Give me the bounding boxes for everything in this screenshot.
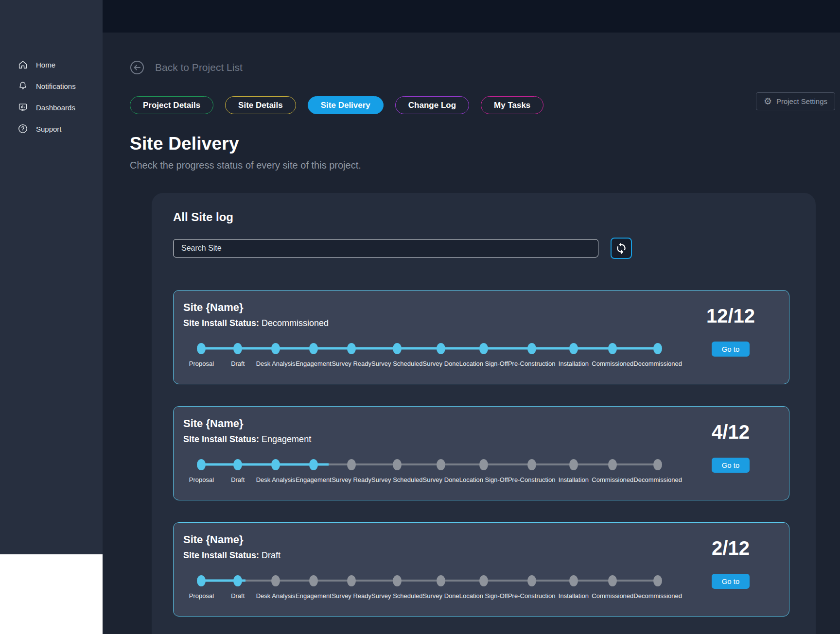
step-label: Engagement [296,360,332,367]
sidebar-nav: Home Notifications Dashboards Support [0,0,103,136]
search-row [173,238,789,259]
search-input[interactable] [173,239,598,257]
top-strip [103,0,840,33]
step-survey-done: Survey Done [423,343,459,367]
tab-my-tasks[interactable]: My Tasks [481,96,543,114]
step-location-sign-off: Location Sign-Off [459,459,508,483]
step-draft: Draft [220,575,256,600]
step-dot [569,575,578,586]
refresh-icon [615,242,628,255]
step-dot [569,459,578,470]
step-label: Survey Ready [332,360,371,367]
sidebar-item-home[interactable]: Home [0,57,103,72]
home-icon [18,59,28,70]
step-label: Decommissioned [633,476,682,483]
tab-change-log[interactable]: Change Log [395,96,469,114]
step-dot [479,459,488,470]
site-card-right: 4/12 Go to [682,417,779,483]
step-label: Survey Scheduled [371,476,423,483]
step-label: Location Sign-Off [459,476,508,483]
project-settings-label: Project Settings [776,97,827,105]
step-dot [271,343,280,354]
site-status-label: Site Install Status: [183,550,259,560]
step-dot [479,575,488,586]
site-progress-count: 2/12 [712,537,750,559]
step-label: Proposal [189,592,214,600]
step-survey-done: Survey Done [423,459,459,483]
step-engagement: Engagement [296,575,332,600]
question-circle-icon [18,123,28,134]
step-dot [393,575,402,586]
site-card: Site {Name} Site Install Status: Draft P… [173,522,789,617]
main-content: ⚙ Project Settings Back to Project List … [103,0,840,634]
step-label: Pre-Construction [508,592,556,600]
step-label: Location Sign-Off [459,592,508,600]
back-to-project-list[interactable]: Back to Project List [130,60,243,75]
step-label: Proposal [189,476,214,483]
sidebar-item-dashboards[interactable]: Dashboards [0,100,103,115]
sidebar-item-support[interactable]: Support [0,121,103,136]
step-dot [653,459,662,470]
site-status-value: Decommissioned [262,318,329,328]
step-label: Installation [559,360,589,367]
refresh-button[interactable] [611,238,632,259]
sidebar-item-notifications[interactable]: Notifications [0,79,103,93]
sidebar-item-label: Dashboards [36,103,75,112]
step-commissioned: Commissioned [592,575,633,600]
step-label: Pre-Construction [508,476,556,483]
site-name: Site {Name} [183,533,682,546]
sidebar-item-label: Notifications [36,82,76,90]
step-label: Proposal [189,360,214,367]
step-dot [527,575,536,586]
step-dot [197,575,206,586]
step-label: Survey Done [423,592,459,600]
step-proposal: Proposal [183,343,220,367]
step-dot [347,459,356,470]
step-label: Installation [559,476,589,483]
step-dot [437,343,445,354]
step-dot [437,459,445,470]
step-label: Draft [231,476,245,483]
step-pre-construction: Pre-Construction [508,343,556,367]
step-location-sign-off: Location Sign-Off [459,343,508,367]
step-proposal: Proposal [183,575,220,600]
go-to-button[interactable]: Go to [712,574,750,589]
progress-stepper: ProposalDraftDesk AnalysisEngagementSurv… [183,343,682,367]
step-label: Draft [231,592,245,600]
progress-stepper: ProposalDraftDesk AnalysisEngagementSurv… [183,459,682,483]
step-decommissioned: Decommissioned [633,575,682,600]
step-survey-ready: Survey Ready [332,575,371,600]
step-label: Draft [231,360,245,367]
tab-site-details[interactable]: Site Details [225,96,296,114]
progress-stepper: ProposalDraftDesk AnalysisEngagementSurv… [183,575,682,600]
sidebar-item-label: Support [36,125,62,133]
step-commissioned: Commissioned [592,343,633,367]
step-location-sign-off: Location Sign-Off [459,575,508,600]
step-dot [608,575,617,586]
step-dot [309,575,318,586]
step-desk-analysis: Desk Analysis [256,459,296,483]
step-label: Pre-Construction [508,360,556,367]
project-settings-button[interactable]: ⚙ Project Settings [756,92,835,110]
site-card-left: Site {Name} Site Install Status: Engagem… [183,417,682,483]
step-installation: Installation [556,459,592,483]
step-dot [653,575,662,586]
step-label: Survey Ready [332,592,371,600]
site-install-status: Site Install Status: Draft [183,550,682,561]
go-to-button[interactable]: Go to [712,458,750,473]
go-to-button[interactable]: Go to [712,342,750,357]
stepper-steps: ProposalDraftDesk AnalysisEngagementSurv… [183,459,682,483]
page-title: Site Delivery [130,134,816,154]
step-dot [309,459,318,470]
site-card-right: 2/12 Go to [682,533,779,600]
step-dot [233,343,242,354]
step-survey-done: Survey Done [423,575,459,600]
stepper-steps: ProposalDraftDesk AnalysisEngagementSurv… [183,575,682,600]
step-installation: Installation [556,343,592,367]
step-installation: Installation [556,575,592,600]
tab-site-delivery[interactable]: Site Delivery [308,96,384,114]
tab-project-details[interactable]: Project Details [130,96,213,114]
step-decommissioned: Decommissioned [633,459,682,483]
step-label: Desk Analysis [256,476,296,483]
step-label: Commissioned [592,360,633,367]
